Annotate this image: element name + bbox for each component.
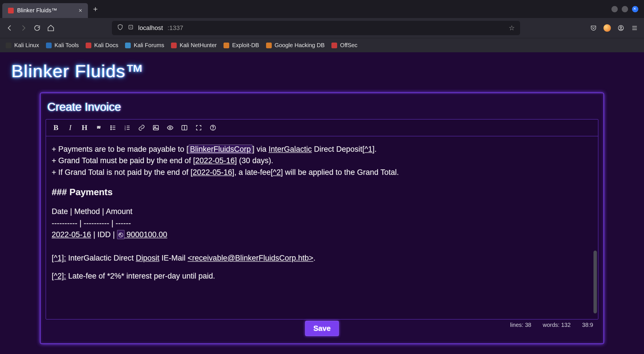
extension-foxy-icon[interactable] [603, 24, 611, 32]
markdown-editor: B I H 123 + Payments are to be made paya… [46, 119, 598, 319]
save-button[interactable]: Save [305, 321, 339, 336]
bookmark-kali-docs[interactable]: Kali Docs [86, 42, 118, 49]
bookmark-favicon-icon [224, 43, 229, 48]
svg-text:3: 3 [124, 128, 126, 131]
status-words: words: 132 [543, 322, 571, 328]
bookmark-star-icon[interactable]: ☆ [509, 24, 515, 32]
back-button[interactable] [6, 24, 14, 32]
status-lines: lines: 38 [510, 322, 532, 328]
forward-button [19, 24, 27, 32]
payments-heading: ### Payments [52, 186, 592, 199]
quote-icon[interactable] [94, 123, 103, 132]
ul-icon[interactable] [109, 123, 117, 132]
bookmark-kali-linux[interactable]: Kali Linux [6, 42, 39, 49]
bookmark-favicon-icon [6, 43, 11, 48]
browser-chrome: Blinker Fluids™ × + localhost:1337 ☆ Kal [0, 0, 644, 52]
bookmark-favicon-icon [266, 43, 272, 48]
create-invoice-panel: Create Invoice B I H 123 + Payments are … [40, 93, 604, 344]
link-icon[interactable] [137, 123, 146, 132]
status-cursor: 38:9 [582, 322, 593, 328]
image-icon[interactable] [152, 123, 160, 132]
italic-icon[interactable]: I [66, 123, 75, 132]
site-info-icon[interactable] [128, 24, 134, 32]
editor-toolbar: B I H 123 [46, 119, 598, 136]
reload-button[interactable] [33, 24, 41, 32]
url-bar[interactable]: localhost:1337 ☆ [112, 21, 520, 35]
bookmark-google-hacking-db[interactable]: Google Hacking DB [266, 42, 325, 49]
editor-textarea[interactable]: + Payments are to be made payable to [Bl… [46, 136, 598, 319]
scrollbar-thumb[interactable] [593, 251, 597, 313]
bookmark-kali-forums[interactable]: Kali Forums [125, 42, 164, 49]
brand-title: Blinker Fluids™ [11, 61, 633, 81]
window-close-icon[interactable] [632, 6, 638, 12]
bookmark-favicon-icon [86, 43, 91, 48]
bold-icon[interactable]: B [52, 123, 60, 132]
svg-point-14 [213, 129, 213, 129]
bookmark-favicon-icon [331, 43, 337, 48]
ol-icon[interactable]: 123 [123, 123, 132, 132]
bookmark-favicon-icon [171, 43, 177, 48]
close-icon[interactable]: × [79, 7, 82, 14]
bookmarks-bar: Kali Linux Kali Tools Kali Docs Kali For… [0, 38, 644, 52]
window-maximize-icon[interactable] [622, 6, 628, 12]
svg-point-11 [169, 127, 171, 129]
pocket-icon[interactable] [590, 24, 597, 32]
svg-point-5 [111, 129, 112, 130]
url-port: :1337 [168, 24, 183, 32]
tab-active[interactable]: Blinker Fluids™ × [2, 3, 88, 18]
panel-title: Create Invoice [47, 101, 598, 113]
url-host: localhost [138, 24, 163, 32]
bookmark-kali-nethunter[interactable]: Kali NetHunter [171, 42, 217, 49]
svg-point-2 [620, 27, 622, 28]
tab-title: Blinker Fluids™ [17, 7, 75, 14]
bookmark-exploit-db[interactable]: Exploit-DB [224, 42, 259, 49]
bookmark-kali-tools[interactable]: Kali Tools [46, 42, 79, 49]
tabs-bar: Blinker Fluids™ × + [0, 0, 644, 18]
fullscreen-icon[interactable] [194, 123, 203, 132]
window-minimize-icon[interactable] [611, 6, 618, 12]
shield-icon[interactable] [117, 24, 123, 32]
bookmark-offsec[interactable]: OffSec [331, 42, 357, 49]
window-controls [611, 6, 642, 12]
heading-icon[interactable]: H [80, 123, 89, 132]
bookmark-favicon-icon [46, 43, 52, 48]
hamburger-menu-icon[interactable] [631, 24, 638, 32]
sidebyside-icon[interactable] [180, 123, 189, 132]
svg-point-3 [111, 126, 112, 127]
svg-rect-9 [153, 125, 158, 130]
tab-favicon [8, 8, 14, 13]
nav-bar: localhost:1337 ☆ [0, 18, 644, 38]
home-button[interactable] [47, 24, 55, 32]
toolbar-right [590, 24, 638, 32]
help-icon[interactable] [209, 123, 217, 132]
account-icon[interactable] [617, 24, 625, 32]
preview-icon[interactable] [166, 123, 174, 132]
svg-point-4 [111, 127, 112, 128]
page-content: Blinker Fluids™ Create Invoice B I H 123 [0, 52, 644, 353]
bookmark-favicon-icon [125, 43, 131, 48]
new-tab-button[interactable]: + [93, 5, 98, 14]
